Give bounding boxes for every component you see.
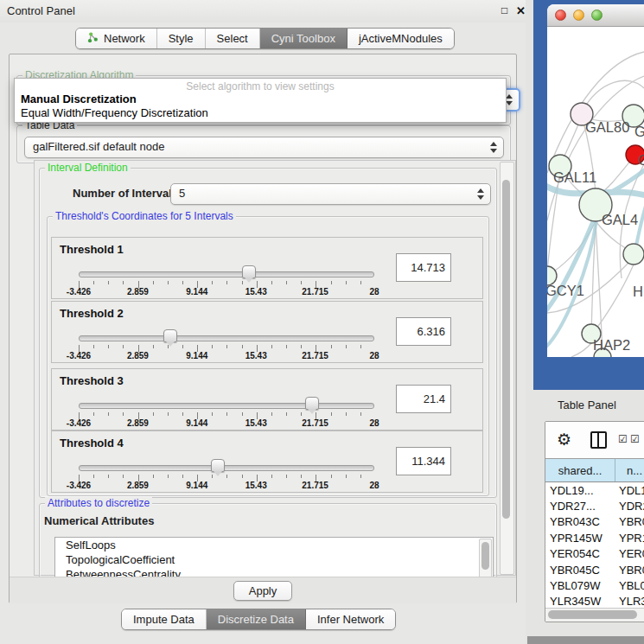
column-header-name[interactable]: n...: [615, 459, 644, 481]
tab-discretize-data[interactable]: Discretize Data: [207, 609, 306, 629]
control-panel-titlebar: Control Panel □ ✕: [0, 0, 526, 22]
table-row[interactable]: YDR27... YDR2: [545, 498, 644, 513]
table-row[interactable]: YER054C YER0: [545, 546, 644, 562]
table-cell[interactable]: YBR0: [619, 515, 644, 528]
dropdown-option-equal-width[interactable]: Equal Width/Frequency Discretization: [15, 106, 506, 120]
checkbox-icon[interactable]: ☑: [630, 433, 640, 445]
table-row[interactable]: YBR043C YBR0: [545, 514, 644, 530]
table-cell[interactable]: YLR345W: [545, 595, 619, 608]
attributes-list-scrollbar[interactable]: [479, 539, 492, 580]
network-canvas[interactable]: GAL80 G. C GAL11 GAL4 GCY1 H HAP2: [547, 26, 644, 357]
table-cell[interactable]: YDR27...: [545, 500, 619, 513]
settings-scrollbar[interactable]: [500, 162, 514, 575]
slider-thumb[interactable]: [305, 397, 319, 410]
scrollbar-thumb[interactable]: [548, 610, 637, 619]
table-cell[interactable]: YLR3: [619, 595, 644, 608]
attributes-group: Attributes to discretize Numerical Attri…: [39, 503, 497, 579]
threshold-4-slider[interactable]: [79, 465, 374, 471]
number-of-intervals-value: 5: [179, 187, 185, 200]
scale-label: 15.43: [245, 481, 267, 490]
tab-infer-network[interactable]: Infer Network: [306, 609, 395, 629]
table-row[interactable]: YBL079W YBL0: [545, 577, 644, 593]
threshold-2-slider[interactable]: [79, 335, 374, 341]
slider-thumb[interactable]: [242, 265, 256, 278]
tab-network-label: Network: [104, 32, 145, 45]
bottom-band: [527, 636, 644, 644]
threshold-3-value[interactable]: 21.4: [396, 385, 451, 413]
close-icon[interactable]: ✕: [516, 5, 526, 16]
tab-cyni-toolbox[interactable]: Cyni Toolbox: [260, 29, 348, 48]
table-data-combobox[interactable]: galFiltered.sif default node: [24, 137, 504, 158]
dropdown-hint: Select algorithm to view settings: [15, 79, 506, 92]
slider-thumb[interactable]: [211, 459, 225, 472]
table-cell[interactable]: YDL19...: [545, 484, 619, 497]
slider-scale-labels: -3.4262.8599.14415.4321.71528: [79, 351, 374, 361]
network-icon: [87, 32, 99, 46]
gal4-label: GAL4: [602, 212, 638, 227]
threshold-1-value[interactable]: 14.713: [396, 253, 451, 282]
table-cell[interactable]: YBR045C: [545, 564, 619, 577]
bottom-tab-bar: Impute Data Discretize Data Infer Networ…: [121, 609, 396, 630]
scrollbar-thumb[interactable]: [502, 180, 510, 519]
threshold-coordinates-group: Threshold's Coordinates for 5 Intervals …: [47, 216, 489, 496]
threshold-2-value[interactable]: 6.316: [396, 317, 451, 346]
table-row[interactable]: YLR345W YLR3: [545, 594, 644, 608]
column-header-shared-name[interactable]: shared...: [545, 459, 615, 481]
table-cell[interactable]: YBL079W: [545, 579, 619, 592]
threshold-3-slider[interactable]: [79, 403, 374, 409]
table-cell[interactable]: YER0: [619, 547, 644, 560]
network-view-window[interactable]: GAL80 G. C GAL11 GAL4 GCY1 H HAP2: [547, 4, 644, 357]
threshold-1-label: Threshold 1: [60, 243, 124, 256]
table-cell[interactable]: YBL0: [619, 579, 644, 592]
float-window-icon[interactable]: □: [501, 5, 507, 16]
table-cell[interactable]: YER054C: [545, 547, 619, 560]
threshold-4-value[interactable]: 11.344: [396, 447, 451, 475]
tab-select[interactable]: Select: [206, 29, 260, 48]
number-of-intervals-combobox[interactable]: 5: [170, 183, 491, 205]
table-cell[interactable]: YPR1: [619, 532, 644, 545]
threshold-1-slider[interactable]: [79, 271, 374, 277]
slider-thumb[interactable]: [163, 329, 177, 342]
table-cell[interactable]: YDL1: [619, 484, 644, 497]
tab-style[interactable]: Style: [157, 29, 206, 48]
close-traffic-light[interactable]: [555, 10, 566, 21]
gear-icon[interactable]: ⚙: [557, 430, 571, 449]
threshold-4-box: Threshold 4 -3.4262.8599.14415.4321.7152…: [51, 430, 483, 493]
table-horizontal-scrollbar[interactable]: [545, 608, 644, 622]
slider-track: [79, 465, 374, 471]
table-panel: ⚙ ☑ ☑ shared... n... YDL19... YDL1 YDR27…: [545, 421, 644, 622]
threshold-1-box: Threshold 1 -3.4262.8599.14415.4321.7152…: [51, 237, 483, 299]
table-row[interactable]: YDL19... YDL1: [545, 482, 644, 498]
threshold-2-box: Threshold 2 -3.4262.8599.14415.4321.7152…: [51, 301, 483, 363]
network-window-titlebar[interactable]: [547, 4, 644, 27]
threshold-3-label: Threshold 3: [60, 374, 124, 387]
tab-network[interactable]: Network: [76, 29, 157, 48]
scale-label: 15.43: [245, 418, 267, 428]
minimize-traffic-light[interactable]: [573, 10, 584, 21]
hap2-label: HAP2: [593, 337, 630, 353]
attributes-group-label: Attributes to discretize: [45, 497, 152, 509]
dropdown-option-manual[interactable]: Manual Discretization: [15, 92, 506, 106]
table-cell[interactable]: YBR043C: [545, 515, 619, 528]
table-cell[interactable]: YPR145W: [545, 532, 619, 545]
attribute-list-item[interactable]: TopologicalCoefficient: [55, 552, 493, 567]
table-rows: YDL19... YDL1 YDR27... YDR2 YBR043C YBR0…: [545, 482, 644, 608]
attribute-list-item[interactable]: SelfLoops: [55, 538, 493, 552]
interval-definition-label: Interval Definition: [45, 162, 131, 174]
table-row[interactable]: YBR045C YBR0: [545, 562, 644, 577]
tab-impute-data[interactable]: Impute Data: [122, 609, 207, 629]
table-row[interactable]: YPR145W YPR1: [545, 530, 644, 545]
scrollbar-thumb[interactable]: [481, 542, 489, 570]
zoom-traffic-light[interactable]: [591, 10, 603, 21]
scale-label: 21.715: [302, 351, 328, 360]
h-node[interactable]: [623, 244, 644, 265]
table-cell[interactable]: YBR0: [619, 564, 644, 577]
threshold-4-label: Threshold 4: [60, 437, 124, 450]
table-cell[interactable]: YDR2: [619, 500, 644, 513]
tab-jactivemnodules[interactable]: jActiveMNodules: [348, 29, 454, 48]
scale-label: 9.144: [186, 287, 207, 296]
checkbox-icon[interactable]: ☑: [618, 433, 628, 445]
slider-scale-labels: -3.4262.8599.14415.4321.71528: [79, 287, 374, 297]
columns-icon[interactable]: [590, 431, 607, 449]
apply-button[interactable]: Apply: [233, 581, 292, 601]
